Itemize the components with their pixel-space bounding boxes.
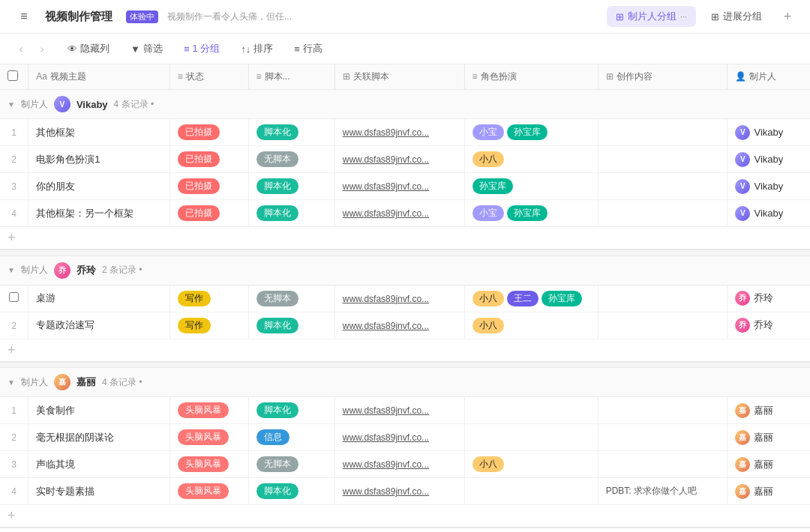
group-button[interactable]: ≡ 1 分组 — [179, 40, 224, 58]
script-badge[interactable]: 无脚本 — [256, 291, 298, 306]
link-text[interactable]: www.dsfas89jnvf.co... — [343, 181, 429, 192]
back-button[interactable]: ‹ — [12, 40, 30, 58]
filter-button[interactable]: ▼ 筛选 — [126, 40, 167, 58]
link-text[interactable]: www.dsfas89jnvf.co... — [343, 486, 429, 497]
maker-avatar: 嘉 — [735, 403, 750, 418]
group-chevron[interactable]: ▼ — [8, 100, 15, 109]
status-badge[interactable]: 头脑风暴 — [178, 483, 229, 499]
script-badge[interactable]: 无脚本 — [256, 456, 298, 472]
sort-icon: ↑↓ — [241, 43, 250, 55]
status-badge[interactable]: 已拍摄 — [178, 124, 220, 140]
th-maker[interactable]: 👤制片人 — [728, 64, 810, 90]
maker-cell-inner: 嘉 嘉丽 — [735, 403, 802, 418]
table-row: 3你的朋友已拍摄脚本化www.dsfas89jnvf.co...孙宝库 V Vi… — [0, 173, 810, 200]
role-cell: 小八 — [464, 451, 598, 478]
th-status[interactable]: ≡状态 — [170, 64, 248, 90]
th-link[interactable]: ⊞关联脚本 — [334, 64, 464, 90]
row-num-cell: 2 — [0, 312, 28, 339]
link-text[interactable]: www.dsfas89jnvf.co... — [343, 405, 429, 416]
tab-progress-group[interactable]: ⊞ 进展分组 — [702, 6, 771, 27]
forward-button[interactable]: › — [33, 40, 51, 58]
add-row[interactable]: + — [0, 505, 810, 528]
add-row-cell[interactable]: + — [0, 227, 810, 250]
script-badge[interactable]: 信息 — [256, 429, 290, 445]
link-text[interactable]: www.dsfas89jnvf.co... — [343, 208, 429, 219]
hide-cols-button[interactable]: 👁 隐藏列 — [63, 40, 114, 58]
status-badge[interactable]: 头脑风暴 — [178, 429, 229, 445]
video-title: 你的朋友 — [36, 181, 75, 192]
video-title-cell[interactable]: 其他框架：另一个框架 — [28, 200, 170, 227]
sort-button[interactable]: ↑↓ 排序 — [236, 40, 278, 58]
add-row-cell[interactable]: + — [0, 339, 810, 362]
video-title-cell[interactable]: 你的朋友 — [28, 173, 170, 200]
status-badge[interactable]: 头脑风暴 — [178, 402, 229, 418]
video-title-cell[interactable]: 其他框架 — [28, 119, 170, 146]
table-header: Aa视频主题 ≡状态 ≡脚本... ⊞关联脚本 ≡角色扮演 ⊞创作内容 👤制片人 — [0, 64, 810, 90]
add-row[interactable]: + — [0, 339, 810, 362]
link-cell[interactable]: www.dsfas89jnvf.co... — [334, 173, 464, 200]
link-text[interactable]: www.dsfas89jnvf.co... — [343, 432, 429, 443]
sort-label: 排序 — [254, 42, 273, 55]
video-title-cell[interactable]: 实时专题素描 — [28, 478, 170, 505]
group-header-qiaoling: ▼ 制片人 乔 乔玲 2 条记录 • — [0, 256, 810, 285]
link-cell[interactable]: www.dsfas89jnvf.co... — [334, 312, 464, 339]
link-cell[interactable]: www.dsfas89jnvf.co... — [334, 200, 464, 227]
group-count: 4 条记录 • — [102, 376, 142, 389]
link-text[interactable]: www.dsfas89jnvf.co... — [343, 459, 429, 470]
th-role[interactable]: ≡角色扮演 — [464, 64, 598, 90]
status-badge[interactable]: 已拍摄 — [178, 151, 220, 167]
add-row-cell[interactable]: + — [0, 505, 810, 528]
th-content[interactable]: ⊞创作内容 — [598, 64, 728, 90]
link-cell[interactable]: www.dsfas89jnvf.co... — [334, 397, 464, 424]
link-text[interactable]: www.dsfas89jnvf.co... — [343, 294, 429, 304]
tab-maker-group[interactable]: ⊞ 制片人分组 ··· — [607, 6, 696, 27]
link-cell[interactable]: www.dsfas89jnvf.co... — [334, 146, 464, 173]
role-tag: 小八 — [472, 456, 504, 472]
link-cell[interactable]: www.dsfas89jnvf.co... — [334, 478, 464, 505]
maker-cell-inner: 嘉 嘉丽 — [735, 484, 802, 499]
status-badge[interactable]: 写作 — [178, 318, 211, 333]
row-number: 2 — [11, 154, 16, 165]
status-badge[interactable]: 头脑风暴 — [178, 456, 229, 472]
group-chevron[interactable]: ▼ — [8, 266, 15, 274]
video-title-cell[interactable]: 美食制作 — [28, 397, 170, 424]
script-badge[interactable]: 脚本化 — [256, 402, 298, 418]
link-cell[interactable]: www.dsfas89jnvf.co... — [334, 451, 464, 478]
video-title-cell[interactable]: 声临其境 — [28, 451, 170, 478]
video-title-cell[interactable]: 电影角色扮演1 — [28, 146, 170, 173]
status-cell: 已拍摄 — [170, 146, 248, 173]
link-text[interactable]: www.dsfas89jnvf.co... — [343, 154, 429, 165]
status-badge[interactable]: 写作 — [178, 291, 211, 306]
group-chevron[interactable]: ▼ — [8, 378, 15, 387]
script-badge[interactable]: 无脚本 — [256, 151, 298, 167]
link-cell[interactable]: www.dsfas89jnvf.co... — [334, 424, 464, 451]
script-badge[interactable]: 脚本化 — [256, 205, 298, 221]
group-avatar: 嘉 — [54, 374, 70, 390]
th-script[interactable]: ≡脚本... — [248, 64, 334, 90]
group-name: Vikaby — [76, 99, 108, 110]
row-num-cell — [0, 285, 28, 312]
status-badge[interactable]: 已拍摄 — [178, 205, 220, 221]
link-text[interactable]: www.dsfas89jnvf.co... — [343, 321, 429, 331]
row-checkbox[interactable] — [9, 292, 19, 302]
video-title-cell[interactable]: 桌游 — [28, 285, 170, 312]
select-all-checkbox[interactable] — [8, 70, 18, 81]
script-badge[interactable]: 脚本化 — [256, 124, 298, 140]
link-text[interactable]: www.dsfas89jnvf.co... — [343, 127, 429, 138]
link-cell[interactable]: www.dsfas89jnvf.co... — [334, 285, 464, 312]
maker-avatar: V — [735, 152, 750, 167]
video-title-cell[interactable]: 毫无根据的阴谋论 — [28, 424, 170, 451]
th-video[interactable]: Aa视频主题 — [28, 64, 170, 90]
row-height-button[interactable]: ≡ 行高 — [290, 40, 327, 58]
script-badge[interactable]: 脚本化 — [256, 483, 298, 499]
video-title-cell[interactable]: 专题政治速写 — [28, 312, 170, 339]
link-cell[interactable]: www.dsfas89jnvf.co... — [334, 119, 464, 146]
role-tag: 孙宝库 — [507, 124, 548, 140]
add-row[interactable]: + — [0, 227, 810, 250]
add-tab-button[interactable]: + — [777, 6, 798, 27]
script-badge[interactable]: 脚本化 — [256, 178, 298, 194]
tab-icon: ⊞ — [711, 11, 719, 22]
hamburger-button[interactable]: ≡ — [12, 6, 36, 27]
script-badge[interactable]: 脚本化 — [256, 318, 298, 333]
status-badge[interactable]: 已拍摄 — [178, 178, 220, 194]
